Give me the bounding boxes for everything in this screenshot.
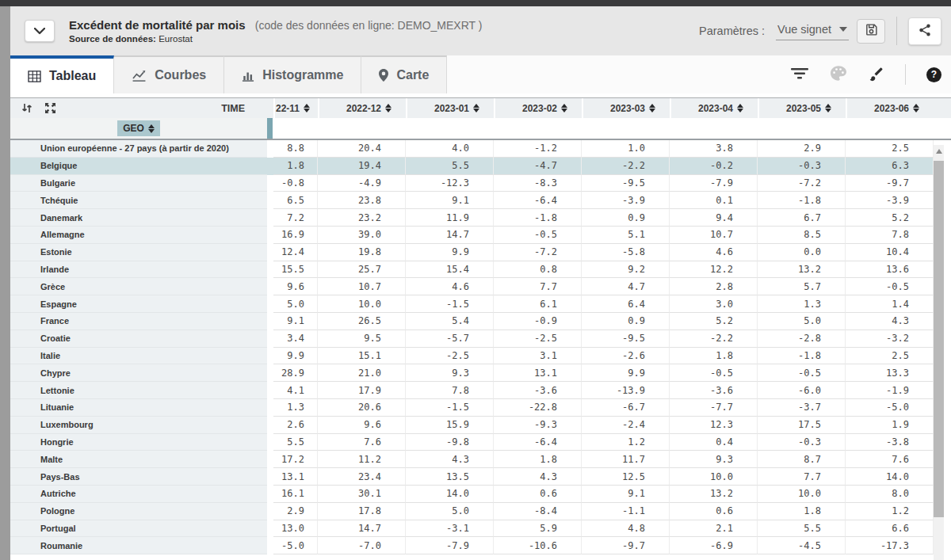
value-cell: -2.2 [670,330,758,348]
geo-label-cell[interactable]: Union européenne - 27 pays (à partir de … [10,140,267,158]
value-cell: 14.0 [846,468,934,486]
geo-label-cell[interactable]: Irlande [10,261,267,279]
geo-label-cell[interactable]: Estonie [10,244,267,261]
geo-label-cell[interactable]: Lituanie [10,399,267,417]
time-header-row: TIME 22-11 2022-12 2023-01 2023-02 2023-… [10,97,951,118]
sort-rows-icon[interactable] [21,103,32,113]
column-resize-handle[interactable] [267,118,273,139]
value-cell: 13.2 [670,486,758,503]
value-cell: 1.8 [494,451,582,468]
geo-label-cell[interactable]: France [10,313,267,330]
table-corner-cell: TIME [10,98,267,118]
tab-tableau[interactable]: Tableau [10,55,114,93]
scrollbar-up-arrow[interactable] [934,147,944,156]
value-cell: -1.8 [758,348,846,365]
main-content: Excédent de mortalité par mois (code des… [10,6,951,560]
source-value: Eurostat [158,34,193,44]
column-sort-icon[interactable] [649,104,655,112]
geo-label-cell[interactable]: Lettonie [10,382,267,399]
geo-label-cell[interactable]: Autriche [10,486,267,503]
geo-label-cell[interactable]: Grèce [10,278,267,295]
table-body: Union européenne - 27 pays (à partir de … [10,140,951,554]
geo-label-cell[interactable]: Malte [10,451,267,468]
column-header[interactable]: 2023-02 [494,98,582,118]
geo-label-cell[interactable]: Hongrie [10,434,267,451]
column-header[interactable]: 22-11 [273,98,318,118]
column-sort-icon[interactable] [304,104,310,112]
tab-carte[interactable]: Carte [361,55,447,93]
column-header[interactable]: 2023-01 [406,98,494,118]
value-cell: 0.9 [582,209,670,227]
value-cell: -6.4 [494,192,582,209]
column-sort-icon[interactable] [385,104,391,112]
value-cell: -1.9 [846,382,934,399]
save-view-button[interactable] [857,19,885,44]
column-header[interactable]: 2023-05 [758,98,846,118]
geo-sort-icon[interactable] [148,124,155,133]
geo-label-cell[interactable]: Allemagne [10,227,267,244]
value-cell: 12.4 [273,244,318,261]
vertical-scrollbar[interactable] [934,145,944,560]
scrollbar-thumb[interactable] [934,161,944,517]
row-gap [267,486,273,503]
bookmark-view-select[interactable]: Vue signet [776,21,849,40]
value-cell: -1.2 [494,140,582,158]
value-cell: 9.2 [582,261,670,279]
brush-button[interactable] [867,64,886,86]
column-sort-icon[interactable] [737,104,743,112]
geo-label-cell[interactable]: Chypre [10,364,267,382]
column-sort-icon[interactable] [561,104,567,112]
share-button[interactable] [908,17,941,45]
geo-label-cell[interactable]: Portugal [10,520,267,538]
value-cell: 13.0 [273,520,318,538]
expand-table-icon[interactable] [45,103,55,113]
value-cell: -6.0 [758,382,846,399]
value-cell: 20.6 [318,399,406,417]
value-cell: -2.5 [494,330,582,348]
geo-label-cell[interactable]: Danemark [10,209,267,227]
help-button[interactable]: ? [925,66,943,84]
line-chart-icon [132,70,147,82]
geo-label: Belgique [40,161,77,170]
column-header[interactable]: 2023-04 [670,98,758,118]
column-header[interactable]: 2022-12 [318,98,406,118]
palette-button[interactable] [829,64,848,85]
tab-histogramme[interactable]: Histogramme [224,55,361,93]
geo-label-cell[interactable]: Pays-Bas [10,468,267,486]
value-cell: 4.3 [494,468,582,486]
value-cell: 0.1 [670,192,758,209]
column-sort-icon[interactable] [913,104,919,112]
geo-label-cell[interactable]: Bulgarie [10,175,267,192]
row-gap [267,382,273,399]
geo-label-cell[interactable]: Espagne [10,295,267,313]
value-cell: 13.3 [846,364,934,382]
value-cell: 15.5 [273,261,318,279]
value-cell: 39.0 [318,227,406,244]
table-row: Belgique 1.819.45.5-4.7-2.2-0.2-0.36.3 [10,158,951,175]
filter-button[interactable] [789,67,810,83]
value-cell: 19.4 [318,158,406,175]
column-header[interactable]: 2023-03 [582,98,670,118]
tab-courbes[interactable]: Courbes [114,55,224,93]
geo-label-cell[interactable]: Roumanie [10,537,267,554]
table-row: Allemagne 16.939.014.7-0.55.110.78.57.8 [10,227,951,244]
column-sort-icon[interactable] [825,104,831,112]
value-cell: 6.3 [846,158,934,175]
geo-label-cell[interactable]: Belgique [10,158,267,175]
collapse-header-button[interactable] [25,20,55,42]
row-gap [267,140,273,158]
value-cell: 12.3 [670,417,758,434]
value-cell: 17.5 [758,417,846,434]
table-row: Union européenne - 27 pays (à partir de … [10,140,951,158]
column-header[interactable]: 2023-06 [846,98,934,118]
table-row: Tchéquie 6.523.89.1-6.4-3.90.1-1.8-3.9 [10,192,951,209]
geo-dimension-chip[interactable]: GEO [117,120,160,136]
geo-label-cell[interactable]: Croatie [10,330,267,348]
geo-label-cell[interactable]: Tchéquie [10,192,267,209]
geo-label-cell[interactable]: Pologne [10,503,267,520]
column-sort-icon[interactable] [473,104,479,112]
geo-label-cell[interactable]: Italie [10,348,267,365]
geo-label-cell[interactable]: Luxembourg [10,417,267,434]
value-cell: 5.5 [758,520,846,538]
tab-label: Tableau [49,69,96,83]
